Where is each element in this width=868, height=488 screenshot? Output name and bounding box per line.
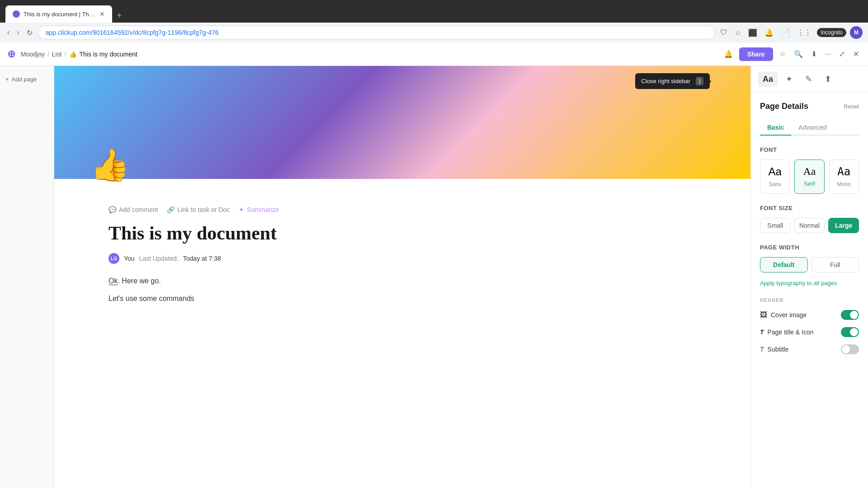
right-sidebar: Aa ✦ ✎ ⬆ Page Details Reset Basic — [750, 66, 868, 488]
sidebar-content: Page Details Reset Basic Advanced Font — [751, 93, 868, 488]
size-small[interactable]: Small — [760, 218, 791, 233]
link-icon: 🔗 — [167, 206, 175, 213]
add-comment-label: Add comment — [119, 206, 158, 213]
font-serif-name: Serif — [804, 181, 815, 187]
tab-basic[interactable]: Basic — [760, 120, 791, 136]
font-options: Aa Sans Aa Serif Aa Mono — [760, 160, 859, 194]
page-title-icon: T — [760, 328, 764, 336]
summarize-btn[interactable]: ✦ Summarize — [239, 206, 279, 213]
doc-meta: LG You Last Updated: Today at 7:38 — [108, 253, 407, 264]
font-sans-name: Sans — [769, 181, 781, 188]
doc-title-breadcrumb: This is my document — [80, 51, 137, 58]
font-size-section: Font Size Small Normal Large — [760, 205, 859, 233]
close-sidebar-tooltip-label: Close right sidebar — [642, 78, 690, 84]
size-normal[interactable]: Normal — [794, 218, 825, 233]
sidebar-header-row: Page Details Reset — [760, 102, 859, 111]
width-full[interactable]: Full — [811, 257, 859, 272]
add-comment-btn[interactable]: 💬 Add comment — [108, 206, 158, 213]
width-default[interactable]: Default — [760, 257, 808, 272]
tab-close-icon[interactable]: ✕ — [99, 10, 105, 18]
nav-forward-icon[interactable]: › — [15, 27, 21, 38]
font-serif[interactable]: Aa Serif — [794, 160, 824, 194]
user-avatar[interactable]: M — [850, 26, 863, 39]
sidebar-edit-btn[interactable]: ✎ — [801, 71, 816, 87]
add-page-button[interactable]: + Add page — [5, 73, 48, 85]
author-name: You — [124, 255, 135, 262]
tab-advanced[interactable]: Advanced — [791, 120, 834, 136]
nav-refresh-icon[interactable]: ↻ — [25, 27, 34, 39]
app-container: ⊕ Moodjoy / List / 👍 This is my document… — [0, 42, 868, 488]
topbar-more-icon[interactable]: ··· — [823, 48, 833, 60]
doc-title[interactable]: This is my document — [108, 222, 407, 244]
cast-icon[interactable]: ⬛ — [746, 27, 759, 39]
cover-image-row: 🖼 Cover image — [760, 310, 859, 320]
cover-image-label: 🖼 Cover image — [760, 311, 807, 319]
topbar-download-icon[interactable]: ⬇ — [809, 48, 819, 60]
address-bar[interactable]: app.clickup.com/9016164592/v/dc/8cpfg7g-… — [38, 26, 715, 39]
close-sidebar-btn[interactable]: ⟩ — [696, 77, 703, 85]
address-text: app.clickup.com/9016164592/v/dc/8cpfg7g-… — [46, 29, 219, 36]
subtitle-icon: T — [760, 346, 764, 353]
link-task-label: Link to task or Doc — [177, 206, 230, 213]
summarize-label: Summarize — [247, 206, 279, 213]
font-serif-preview: Aa — [798, 165, 820, 178]
sidebar-toolbar: Aa ✦ ✎ ⬆ — [751, 66, 868, 93]
active-tab[interactable]: This is my document | This is m... ✕ — [5, 5, 112, 23]
page-width-options: Default Full — [760, 257, 859, 272]
subtitle-toggle[interactable] — [841, 344, 859, 354]
share-button[interactable]: Share — [739, 47, 773, 61]
last-updated-value: Today at 7:38 — [183, 255, 221, 262]
reset-button[interactable]: Reset — [844, 103, 859, 110]
app-logo: ⊕ — [7, 48, 15, 60]
doc-content: 💬 Add comment 🔗 Link to task or Doc ✦ Su… — [54, 179, 461, 328]
doc-body[interactable]: Ok. Here we go. Let's use some commands — [108, 275, 407, 305]
nav-back-icon[interactable]: ‹ — [5, 27, 11, 38]
browser-tabs: This is my document | This is m... ✕ + — [5, 0, 126, 23]
link-task-btn[interactable]: 🔗 Link to task or Doc — [167, 206, 230, 213]
star-icon[interactable]: ☆ — [733, 27, 743, 39]
doc-cover: 👍 Page Details Close right sidebar ⟩ — [54, 66, 750, 179]
topbar-expand-icon[interactable]: ⤢ — [837, 48, 847, 60]
page-title-toggle[interactable] — [841, 327, 859, 337]
apps-icon[interactable]: ⋮⋮ — [795, 27, 813, 39]
tab-favicon — [13, 10, 20, 18]
breadcrumb-list[interactable]: List — [52, 51, 62, 58]
main-area: + Add page 👍 Page Details Close right si… — [0, 66, 868, 488]
page-title-row: T Page title & Icon — [760, 327, 859, 337]
header-section-label: HEADER — [760, 297, 859, 303]
new-tab-button[interactable]: + — [113, 9, 126, 23]
last-updated-label: Last Updated: — [139, 255, 179, 262]
body-line-1: Ok. Here we go. — [108, 275, 407, 287]
cover-image-toggle[interactable] — [841, 310, 859, 320]
left-sidebar: + Add page — [0, 66, 54, 488]
font-mono-name: Mono — [837, 181, 851, 188]
add-page-label: Add page — [12, 76, 37, 83]
font-section: Font Aa Sans Aa Serif Aa Mono — [760, 146, 859, 194]
font-mono[interactable]: Aa Mono — [829, 160, 859, 194]
nav-right-icons: 🛡 ☆ ⬛ 🔔 📄 ⋮⋮ Incognito M — [718, 26, 863, 39]
sidebar-publish-btn[interactable]: ⬆ — [820, 71, 836, 87]
cover-image-icon: 🖼 — [760, 311, 767, 319]
browser-nav-bar: ‹ › ↻ app.clickup.com/9016164592/v/dc/8c… — [0, 23, 868, 42]
font-size-label: Font Size — [760, 205, 859, 211]
breadcrumb-sep-1: / — [47, 51, 49, 58]
sidebar-styles-btn[interactable]: ✦ — [781, 71, 797, 87]
workspace-name[interactable]: Moodjoy — [21, 51, 45, 58]
font-sans[interactable]: Aa Sans — [760, 160, 790, 194]
topbar-search-icon[interactable]: 🔍 — [792, 48, 805, 60]
doc-area: 👍 Page Details Close right sidebar ⟩ 💬 A… — [54, 66, 750, 488]
topbar-notification-icon[interactable]: 🔔 — [722, 48, 735, 60]
body-line-2: Let's use some commands — [108, 292, 407, 305]
font-mono-preview: Aa — [833, 165, 855, 178]
topbar-close-icon[interactable]: ✕ — [851, 48, 861, 60]
font-sans-preview: Aa — [764, 165, 786, 178]
sidebar-typography-btn[interactable]: Aa — [758, 72, 778, 87]
size-large[interactable]: Large — [828, 218, 859, 233]
sidebar-tabs-row: Basic Advanced — [760, 120, 859, 136]
incognito-label: Incognito — [817, 28, 846, 37]
apply-typography-link[interactable]: Apply typography to all pages — [760, 280, 859, 286]
topbar-star-icon[interactable]: ☆ — [778, 48, 788, 60]
alarm-icon[interactable]: 🔔 — [763, 27, 775, 39]
app-topbar: ⊕ Moodjoy / List / 👍 This is my document… — [0, 42, 868, 66]
bookmark-icon[interactable]: 📄 — [779, 27, 792, 39]
